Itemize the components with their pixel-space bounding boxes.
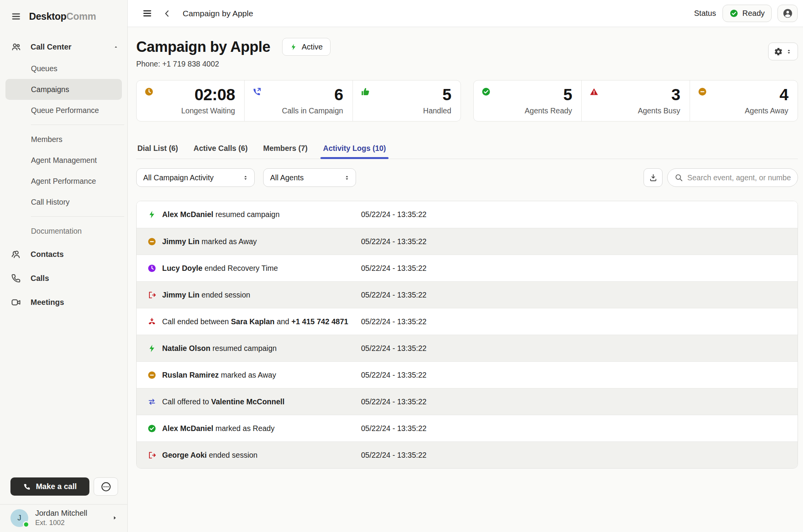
log-row: Alex McDaniel marked as Ready05/22/24 - … <box>137 415 798 441</box>
log-event-text: marked as Away <box>219 371 276 379</box>
sidebar-item-queues[interactable]: Queues <box>0 58 127 79</box>
download-logs-button[interactable] <box>644 168 663 187</box>
video-icon <box>11 297 21 308</box>
campaign-settings-button[interactable] <box>768 43 798 60</box>
activity-filter-value: All Campaign Activity <box>143 173 242 182</box>
log-event-entity: Jimmy Lin <box>162 291 199 299</box>
page-head: Campaign by Apple Active Phone: +1 719 8… <box>136 38 798 68</box>
log-event-entity: Natalie Olson <box>162 344 211 352</box>
minus-circle-icon <box>147 371 156 380</box>
agent-filter-select[interactable]: All Agents <box>263 168 356 187</box>
phone-icon <box>11 273 21 284</box>
sidebar-footer: Make a call J Jordan Mitchell Ext. 1002 <box>0 477 127 532</box>
filter-row: All Campaign Activity All Agents <box>136 168 798 187</box>
tab-dial-list[interactable]: Dial List (6) <box>136 140 179 159</box>
tab-label: Members (7) <box>263 144 308 152</box>
phone-icon <box>23 483 31 491</box>
user-profile[interactable]: J Jordan Mitchell Ext. 1002 <box>0 504 127 532</box>
bolt-icon <box>147 344 156 353</box>
tab-members[interactable]: Members (7) <box>262 140 309 159</box>
tab-label: Active Calls (6) <box>193 144 248 152</box>
campaign-state-badge[interactable]: Active <box>282 38 330 56</box>
activity-log-list: Alex McDaniel resumed campaign05/22/24 -… <box>136 201 798 469</box>
user-extension: Ext. 1002 <box>35 519 104 527</box>
minus-circle-icon <box>698 87 707 96</box>
bolt-icon <box>290 43 297 51</box>
menu-icon[interactable] <box>142 8 152 19</box>
account-button[interactable] <box>777 5 798 22</box>
stat-label: Longest Waiting <box>181 106 235 115</box>
call-ended-icon <box>147 317 156 326</box>
stat-agents-busy: 3Agents Busy <box>581 80 689 121</box>
caret-right-icon <box>111 515 118 521</box>
search-box <box>667 168 798 187</box>
search-input[interactable] <box>687 173 791 182</box>
tab-active-calls[interactable]: Active Calls (6) <box>192 140 249 159</box>
person-circle-icon <box>782 8 793 19</box>
stepper-icon <box>242 174 249 181</box>
sidebar: DesktopComm Call CenterQueuesCampaignsQu… <box>0 0 128 532</box>
sidebar-item-campaigns[interactable]: Campaigns <box>5 79 122 100</box>
back-icon[interactable] <box>163 9 172 18</box>
sidebar-item-call-center[interactable]: Call Center <box>0 36 127 58</box>
avatar: J <box>10 509 28 527</box>
log-event-entity: Jimmy Lin <box>162 237 199 246</box>
sidebar-item-label: Agent Performance <box>31 177 96 186</box>
tabs: Dial List (6)Active Calls (6)Members (7)… <box>136 140 798 159</box>
log-event-text: and <box>275 317 291 326</box>
sidebar-item-label: Documentation <box>31 227 82 236</box>
user-meta: Jordan Mitchell Ext. 1002 <box>35 509 104 527</box>
logo-light: Comm <box>67 11 96 22</box>
status-value: Ready <box>742 9 765 18</box>
stat-agents-away: 4Agents Away <box>690 80 798 121</box>
search-icon <box>675 173 683 182</box>
log-event-text: ended session <box>207 451 257 459</box>
stat-value: 5 <box>563 86 572 104</box>
log-timestamp: 05/22/24 - 13:35:22 <box>361 371 426 380</box>
log-row: Natalie Olson resumed campaign05/22/24 -… <box>137 335 798 361</box>
sidebar-item-members[interactable]: Members <box>0 129 127 150</box>
sidebar-item-label: Campaigns <box>31 85 69 94</box>
clock-icon <box>147 264 156 273</box>
sidebar-item-queue-performance[interactable]: Queue Performance <box>0 100 127 121</box>
log-timestamp: 05/22/24 - 13:35:22 <box>361 317 426 326</box>
sidebar-item-meetings[interactable]: Meetings <box>0 291 127 313</box>
sidebar-item-documentation[interactable]: Documentation <box>0 221 127 241</box>
log-event: Call offered to Valentine McConnell <box>162 397 284 406</box>
warning-icon <box>589 87 599 96</box>
stepper-icon <box>344 174 350 181</box>
stepper-icon <box>786 48 792 55</box>
more-options-button[interactable] <box>94 477 118 496</box>
activity-filter-select[interactable]: All Campaign Activity <box>136 168 255 187</box>
sidebar-item-call-history[interactable]: Call History <box>0 192 127 212</box>
logout-icon <box>147 291 156 299</box>
presence-dot <box>23 521 29 528</box>
make-a-call-button[interactable]: Make a call <box>10 477 89 496</box>
transfer-icon <box>147 397 156 406</box>
sidebar-item-agent-performance[interactable]: Agent Performance <box>0 171 127 192</box>
gear-icon <box>774 47 783 56</box>
tab-activity-logs[interactable]: Activity Logs (10) <box>322 140 387 159</box>
log-event: Natalie Olson resumed campaign <box>162 344 277 353</box>
sidebar-item-agent-management[interactable]: Agent Management <box>0 150 127 171</box>
log-timestamp: 05/22/24 - 13:35:22 <box>361 210 426 219</box>
log-event: George Aoki ended session <box>162 451 257 460</box>
sidebar-collapse-icon[interactable] <box>11 11 21 22</box>
campaign-stats-card: 02:08Longest Waiting6Calls in Campaign5H… <box>136 80 461 121</box>
log-event-text: resumed campaign <box>211 344 277 352</box>
log-event-entity: Alex McDaniel <box>162 424 213 433</box>
stat-label: Agents Ready <box>525 106 572 115</box>
sidebar-item-contacts[interactable]: Contacts <box>0 243 127 265</box>
sidebar-item-label: Queue Performance <box>31 106 99 115</box>
log-row: Lucy Doyle ended Recovery Time05/22/24 -… <box>137 255 798 281</box>
sidebar-item-label: Calls <box>31 274 49 283</box>
status-selector[interactable]: Ready <box>723 5 772 22</box>
sidebar-item-label: Agent Management <box>31 156 97 165</box>
sidebar-item-label: Queues <box>31 64 57 73</box>
sidebar-item-calls[interactable]: Calls <box>0 267 127 289</box>
app-root: DesktopComm Call CenterQueuesCampaignsQu… <box>0 0 803 532</box>
log-event: Alex McDaniel resumed campaign <box>162 210 279 219</box>
log-event-entity: George Aoki <box>162 451 207 459</box>
stat-label: Agents Busy <box>638 106 680 115</box>
log-event: Jimmy Lin ended session <box>162 291 250 299</box>
